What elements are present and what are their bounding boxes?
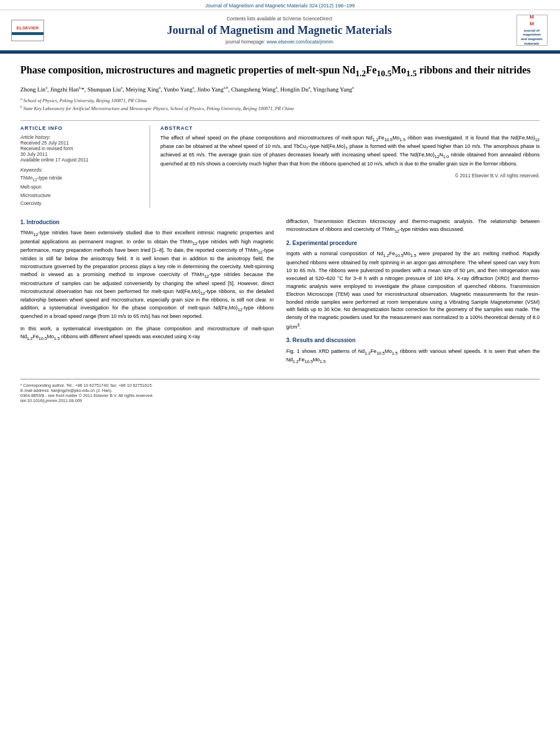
article-footer: * Corresponding author. Tel.: +86 10 627… [20, 379, 540, 403]
history-label: Article history: [20, 134, 139, 140]
available-date: Available online 17 August 2011 [20, 157, 139, 163]
keyword-3: Microstructure [20, 191, 139, 199]
section1-right-para1: diffraction, Transmission Electron Micro… [286, 218, 540, 234]
keywords-label: Keywords: [20, 167, 139, 173]
contents-line: Contents lists available at SciVerse Sci… [44, 16, 515, 21]
homepage-label: journal homepage: [226, 39, 265, 45]
affiliations: a School of Physics, Peking University, … [20, 97, 540, 112]
revised-label: Received in revised form [20, 146, 139, 151]
footer-corresponding: * Corresponding author. Tel.: +86 10 627… [20, 383, 540, 388]
keyword-4: Coercivity [20, 199, 139, 207]
jmmm-logo: MM journal ofmagnetismand magneticmateri… [517, 15, 548, 46]
received-date: Received 25 July 2011 [20, 140, 139, 146]
journal-title: Journal of Magnetism and Magnetic Materi… [44, 24, 515, 37]
homepage-url[interactable]: www.elsevier.com/locate/jmmm [266, 39, 333, 45]
footer-doi: doi:10.1016/j.jmmm.2011.08.009 [20, 398, 540, 403]
authors: Zhong Lina, Jingzhi Hana,*, Shunquan Liu… [20, 85, 540, 94]
header-right: MM journal ofmagnetismand magneticmateri… [515, 15, 549, 46]
article-info-panel: ARTICLE INFO Article history: Received 2… [20, 125, 150, 208]
article-title: Phase composition, microstructures and m… [20, 64, 540, 79]
revised-date: 30 July 2011 [20, 151, 139, 157]
section1-para2: In this work, a systematical investigati… [20, 325, 274, 342]
abstract-text: The effect of wheel speed on the phase c… [160, 134, 540, 168]
header-center: Contents lists available at SciVerse Sci… [44, 16, 515, 45]
abstract-header: ABSTRACT [160, 125, 540, 131]
contents-text: Contents lists available at SciVerse Sci… [226, 16, 332, 21]
body-left-col: 1. Introduction ThMn12-type nitrides hav… [20, 218, 274, 370]
section3-title: 3. Results and discussion [286, 336, 540, 345]
affiliation-b: b State Key Laboratory for Artificial Mi… [20, 104, 540, 112]
section2-title: 2. Experimental procedure [286, 239, 540, 248]
article-content: Phase composition, microstructures and m… [0, 54, 560, 413]
section1-para1: ThMn12-type nitrides have been extensive… [20, 229, 274, 321]
info-abstract-section: ARTICLE INFO Article history: Received 2… [20, 120, 540, 208]
section2-para1: Ingots with a nominal composition of Nd1… [286, 250, 540, 331]
affiliation-a: a School of Physics, Peking University, … [20, 97, 540, 104]
copyright: © 2011 Elsevier B.V. All rights reserved… [160, 173, 540, 178]
header-left: ELSEVIER [11, 20, 44, 41]
keyword-2: Melt-spun [20, 183, 139, 191]
body-right-col: diffraction, Transmission Electron Micro… [286, 218, 540, 370]
top-bar: Journal of Magnetism and Magnetic Materi… [0, 0, 560, 10]
elsevier-logo: ELSEVIER [11, 20, 44, 41]
section3-para1: Fig. 1 shows XRD patterns of Nd1.2Fe10.5… [286, 348, 540, 365]
abstract-panel: ABSTRACT The effect of wheel speed on th… [150, 125, 540, 208]
article-info-header: ARTICLE INFO [20, 125, 139, 131]
journal-header: ELSEVIER Contents lists available at Sci… [0, 10, 560, 51]
section1-title: 1. Introduction [20, 218, 274, 227]
keyword-1: ThMn12-type nitride [20, 174, 139, 184]
homepage-line: journal homepage: www.elsevier.com/locat… [44, 39, 515, 45]
footer-license: 0304-8853/$ - see front matter © 2011 El… [20, 393, 540, 398]
body-columns: 1. Introduction ThMn12-type nitrides hav… [20, 218, 540, 370]
footer-email: E-mail address: hanjingzhi@pku.edu.cn (J… [20, 388, 540, 393]
journal-reference: Journal of Magnetism and Magnetic Materi… [205, 3, 355, 8]
jmmm-logo-text: MM journal ofmagnetismand magneticmateri… [521, 14, 543, 46]
